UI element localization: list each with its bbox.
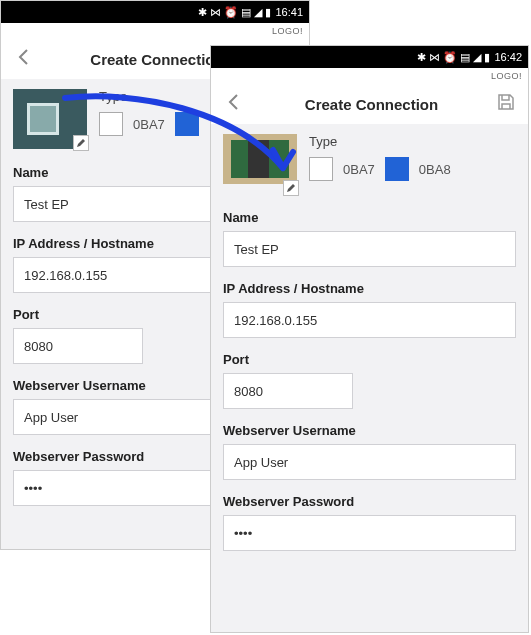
type-option-0ba8[interactable]: 0BA8: [419, 162, 451, 177]
port-input[interactable]: [13, 328, 143, 364]
brand-label: LOGO!: [211, 68, 528, 84]
edit-thumbnail-icon[interactable]: [283, 180, 299, 196]
back-button[interactable]: [219, 86, 251, 122]
type-swatch-blue[interactable]: [385, 157, 409, 181]
type-swatch-white[interactable]: [99, 112, 123, 136]
ip-label: IP Address / Hostname: [223, 281, 516, 296]
type-swatch-white[interactable]: [309, 157, 333, 181]
device-thumbnail[interactable]: [13, 89, 87, 149]
status-icons: ✱ ⋈ ⏰ ▤ ◢ ▮: [198, 6, 271, 19]
status-time: 16:42: [494, 51, 522, 63]
ip-input[interactable]: [223, 302, 516, 338]
app-header: Create Connection: [211, 84, 528, 124]
type-swatch-blue[interactable]: [175, 112, 199, 136]
name-input[interactable]: [223, 231, 516, 267]
name-label: Name: [223, 210, 516, 225]
type-label: Type: [309, 134, 516, 149]
type-row: Type 0BA7 0BA8: [211, 124, 528, 206]
type-option-0ba7[interactable]: 0BA7: [133, 117, 165, 132]
port-input[interactable]: [223, 373, 353, 409]
page-title: Create Connection: [251, 96, 492, 113]
password-input[interactable]: [223, 515, 516, 551]
username-input[interactable]: [223, 444, 516, 480]
statusbar: ✱ ⋈ ⏰ ▤ ◢ ▮ 16:41: [1, 1, 309, 23]
user-label: Webserver Username: [223, 423, 516, 438]
statusbar: ✱ ⋈ ⏰ ▤ ◢ ▮ 16:42: [211, 46, 528, 68]
port-label: Port: [223, 352, 516, 367]
status-time: 16:41: [275, 6, 303, 18]
save-button[interactable]: [492, 88, 520, 120]
edit-thumbnail-icon[interactable]: [73, 135, 89, 151]
brand-label: LOGO!: [1, 23, 309, 39]
screen-right: ✱ ⋈ ⏰ ▤ ◢ ▮ 16:42 LOGO! Create Connectio…: [210, 45, 529, 633]
device-thumbnail[interactable]: [223, 134, 297, 194]
status-icons: ✱ ⋈ ⏰ ▤ ◢ ▮: [417, 51, 490, 64]
pass-label: Webserver Password: [223, 494, 516, 509]
type-option-0ba7[interactable]: 0BA7: [343, 162, 375, 177]
back-button[interactable]: [9, 41, 41, 77]
